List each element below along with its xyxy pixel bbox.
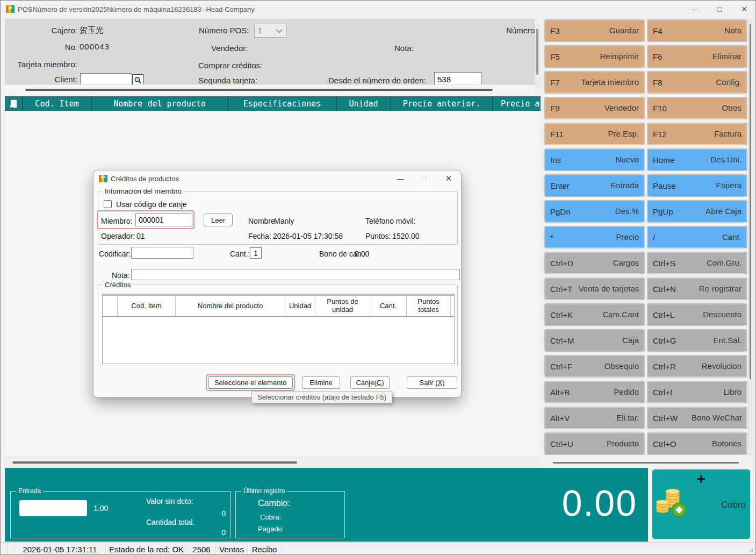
entrada-input[interactable] [19, 500, 87, 516]
main-horizontal-scrollbar[interactable] [5, 457, 541, 467]
salir-button[interactable]: Salir (X) [407, 376, 457, 389]
nota-label: Nota: [394, 44, 414, 53]
canje-button[interactable]: Canje(C) [350, 376, 390, 389]
dialog-minimize-button[interactable]: — [392, 170, 408, 187]
main-column-header: Cod. Item [23, 96, 92, 111]
pad-horizontal-scrollbar[interactable] [544, 460, 747, 466]
pad-button-star[interactable]: *Precio [544, 226, 645, 248]
pad-key-label: F10 [653, 104, 667, 113]
select-item-button[interactable]: Seleccione el elemento [208, 376, 293, 389]
pad-key-label: Ctrl+G [653, 336, 676, 345]
cant-label: Cant.: [230, 250, 250, 258]
pad-button-f3[interactable]: F3Guardar [544, 19, 645, 42]
minimize-button[interactable]: — [682, 1, 707, 17]
pad-button-ctrl-d[interactable]: Ctrl+DCargos [544, 252, 645, 274]
pad-button-ins[interactable]: InsNuevo [544, 148, 645, 171]
pad-button-pause[interactable]: PauseEspera [647, 174, 747, 197]
canje-code-checkbox[interactable] [104, 200, 112, 208]
form-vertical-scrollbar[interactable] [535, 25, 540, 87]
operador-label: Operador: [101, 232, 135, 240]
pad-button-ctrl-l[interactable]: Ctrl+LDescuento [647, 303, 747, 326]
delete-button[interactable]: Elimine [302, 376, 340, 389]
credits-table: Cod. ItemNombre del productoUnidadPuntos… [102, 294, 455, 364]
pad-button-ctrl-n[interactable]: Ctrl+NRe-registrar [647, 278, 747, 300]
status-filler [282, 543, 756, 555]
ultimo-registro-group: Último registro Cambio: Cobra: Pagado: [235, 491, 345, 538]
pad-key-label: Ctrl+S [653, 259, 675, 268]
pad-button-f11[interactable]: F11Pre.Esp. [544, 123, 645, 145]
pad-button-f10[interactable]: F10Otros [647, 97, 747, 119]
pos-number-select[interactable]: 1 [254, 24, 286, 38]
pad-button-f7[interactable]: F7Tarjeta miembro [544, 71, 645, 94]
pad-button-f6[interactable]: F6Eliminar [647, 45, 747, 68]
client-input[interactable] [80, 73, 132, 84]
pad-button-ctrl-g[interactable]: Ctrl+GEnt.Sal. [647, 329, 747, 352]
dialog-nota-label: Nota: [112, 271, 129, 280]
codificar-input[interactable] [131, 247, 193, 259]
pad-button-ctrl-t[interactable]: Ctrl+TVenta de tarjetas [544, 278, 645, 300]
pad-action-label: Precio [616, 233, 639, 242]
cant-input[interactable] [250, 247, 262, 259]
pad-action-label: Venta de tarjetas [578, 284, 639, 294]
salir-button-label: Salir ( [420, 379, 438, 387]
pad-action-label: Producto [607, 439, 639, 449]
miembro-input[interactable] [135, 214, 192, 226]
leer-button[interactable]: Leer [204, 214, 233, 226]
credits-column-header: Puntos totales [407, 296, 451, 316]
pad-button-ctrl-i[interactable]: Ctrl+ILibro [647, 381, 747, 403]
pagado-label: Pagado: [258, 525, 284, 533]
status-pad [1, 543, 8, 555]
status-pad [8, 543, 15, 555]
pad-button-f5[interactable]: F5Reimprimir [544, 45, 645, 68]
pad-vertical-scrollbar[interactable] [748, 19, 752, 456]
pad-button-ctrl-k[interactable]: Ctrl+KCam.Cant [544, 303, 645, 326]
pad-button-alt-v[interactable]: Alt+VEli.tar. [544, 407, 645, 429]
pad-button-enter[interactable]: EnterEntrada [544, 174, 645, 197]
pad-action-label: Botones [712, 439, 741, 449]
no-value: 000043 [80, 42, 110, 51]
pad-action-label: Caja [622, 336, 639, 345]
fecha-label: Fecha: [248, 232, 271, 240]
cobro-button[interactable]: + Cobro [652, 469, 751, 539]
pad-button-ctrl-r[interactable]: Ctrl+RRevolucion [647, 355, 747, 378]
canje-key-letter: C [377, 379, 381, 387]
pad-button-f12[interactable]: F12Factura [647, 123, 747, 145]
pad-key-label: Ctrl+I [653, 388, 672, 397]
form-horizontal-scrollbar[interactable] [5, 84, 535, 95]
main-table-header: Cod. ItemNombre del productoEspecificaci… [5, 96, 541, 111]
pad-button-f8[interactable]: F8Config. [647, 71, 747, 94]
pad-key-label: Ctrl+D [550, 259, 573, 268]
pad-button-pgdn[interactable]: PgDnDes.% [544, 200, 645, 223]
pad-action-label: Nota [724, 26, 741, 35]
pad-action-label: Re-registrar [699, 284, 741, 294]
dialog-close-button[interactable]: ✕ [441, 170, 457, 187]
pad-button-ctrl-m[interactable]: Ctrl+MCaja [544, 329, 645, 352]
pad-button-pgup[interactable]: PgUpAbre Caja [647, 200, 747, 223]
pad-button-ctrl-w[interactable]: Ctrl+WBono WeChat [647, 407, 747, 429]
pad-button-home[interactable]: HomeDes.Uni. [647, 148, 747, 171]
pad-key-label: Ctrl+F [550, 362, 572, 371]
client-search-button[interactable] [132, 74, 143, 84]
pad-button-alt-b[interactable]: Alt+BPedido [544, 381, 645, 403]
dialog-nota-input[interactable] [131, 269, 460, 280]
pad-key-label: Home [653, 155, 674, 165]
pad-button-ctrl-o[interactable]: Ctrl+OBotones [647, 432, 747, 455]
no-label: No: [21, 42, 77, 52]
pad-button-ctrl-u[interactable]: Ctrl+UProducto [544, 432, 645, 455]
bono-value: 0.00 [355, 250, 369, 258]
salir-key-letter: X [437, 379, 442, 387]
main-column-header: Precio anterior. [391, 96, 493, 111]
desde-orden-input[interactable] [434, 72, 481, 84]
pad-button-slash[interactable]: /Cant. [647, 226, 747, 248]
pad-button-f4[interactable]: F4Nota [647, 19, 747, 42]
pad-button-ctrl-f[interactable]: Ctrl+FObsequio [544, 355, 645, 378]
maximize-button[interactable]: □ [707, 1, 732, 17]
close-button[interactable]: ✕ [732, 1, 756, 17]
main-column-header: Especificaciones [228, 96, 337, 111]
app-icon [99, 174, 107, 183]
resize-grip-icon[interactable] [748, 547, 754, 553]
pad-button-f9[interactable]: F9Vendedor [544, 97, 645, 119]
pad-action-label: Entrada [610, 181, 639, 190]
puntos-label: Puntos: [365, 232, 391, 240]
pad-button-ctrl-s[interactable]: Ctrl+SCom.Gru. [647, 252, 747, 274]
